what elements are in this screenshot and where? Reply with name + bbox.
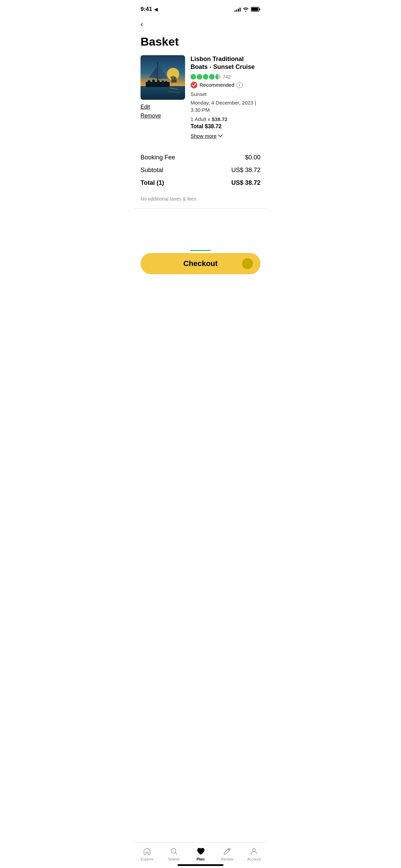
stars-icon xyxy=(191,74,221,80)
product-image-col: Edit Remove xyxy=(141,55,185,139)
product-info: Lisbon Traditional Boats - Sunset Cruise… xyxy=(191,55,260,139)
total-value: US$ 38.72 xyxy=(231,179,260,186)
product-card: Edit Remove Lisbon Traditional Boats - S… xyxy=(134,55,267,146)
checkout-button[interactable]: Checkout xyxy=(141,253,260,274)
battery-icon xyxy=(251,7,260,12)
back-chevron-icon: ‹ xyxy=(141,20,143,28)
total-label: Total (1) xyxy=(141,179,164,186)
location-icon: ◀ xyxy=(154,7,158,12)
divider xyxy=(134,208,267,209)
checkout-label: Checkout xyxy=(183,259,218,268)
back-button[interactable]: ‹ xyxy=(134,16,267,32)
product-date: Monday, 4 December, 2023 | 3:30 PM xyxy=(191,99,260,113)
unit-price: $38.72 xyxy=(212,116,228,122)
status-icons xyxy=(234,7,260,12)
page-title: Basket xyxy=(134,32,267,55)
rating-row: 742 xyxy=(191,74,260,80)
product-name: Lisbon Traditional Boats - Sunset Cruise xyxy=(191,55,260,71)
booking-fee-label: Booking Fee xyxy=(141,154,175,161)
booking-fee-value: $0.00 xyxy=(245,154,260,161)
product-image xyxy=(141,55,185,100)
svg-rect-19 xyxy=(172,76,174,77)
recommended-row: Recommended i xyxy=(191,82,260,88)
subtotal-value: US$ 38.72 xyxy=(231,167,260,174)
action-links: Edit Remove xyxy=(141,104,185,119)
recommended-badge-icon xyxy=(191,82,197,88)
recommended-text: Recommended xyxy=(199,82,234,88)
svg-point-14 xyxy=(157,80,160,83)
svg-rect-1 xyxy=(259,9,260,10)
signal-bars-icon xyxy=(234,7,241,12)
total-row: Total (1) US$ 38.72 xyxy=(141,179,260,186)
subtotal-label: Subtotal xyxy=(141,167,163,174)
product-time-label: Sunset xyxy=(191,91,260,97)
status-time: 9:41 ◀ xyxy=(141,6,158,13)
svg-point-15 xyxy=(162,81,164,83)
svg-rect-17 xyxy=(171,77,177,83)
svg-point-16 xyxy=(165,81,167,83)
pricing-section: Booking Fee $0.00 Subtotal US$ 38.72 Tot… xyxy=(134,146,267,195)
remove-link[interactable]: Remove xyxy=(141,113,185,119)
checkout-container: Checkout xyxy=(134,244,267,278)
plan-indicator xyxy=(190,250,211,251)
review-count: 742 xyxy=(223,74,231,80)
subtotal-row: Subtotal US$ 38.72 xyxy=(141,167,260,174)
svg-point-13 xyxy=(152,80,155,82)
svg-point-12 xyxy=(148,80,150,83)
booking-fee-row: Booking Fee $0.00 xyxy=(141,154,260,161)
product-price: 1 Adult x $38.72 xyxy=(191,116,260,122)
svg-rect-2 xyxy=(252,8,258,11)
checkout-dot xyxy=(242,258,253,269)
taxes-note: No additional taxes & fees xyxy=(134,196,267,202)
info-icon[interactable]: i xyxy=(236,82,243,88)
svg-rect-18 xyxy=(171,76,172,78)
product-total: Total $38.72 xyxy=(191,123,260,130)
wifi-icon xyxy=(243,7,249,12)
svg-rect-20 xyxy=(174,76,175,78)
edit-link[interactable]: Edit xyxy=(141,104,185,110)
quantity-text: 1 Adult x xyxy=(191,116,210,122)
show-more-button[interactable]: Show more xyxy=(191,133,260,139)
svg-rect-5 xyxy=(141,86,185,100)
status-bar: 9:41 ◀ xyxy=(134,0,267,16)
